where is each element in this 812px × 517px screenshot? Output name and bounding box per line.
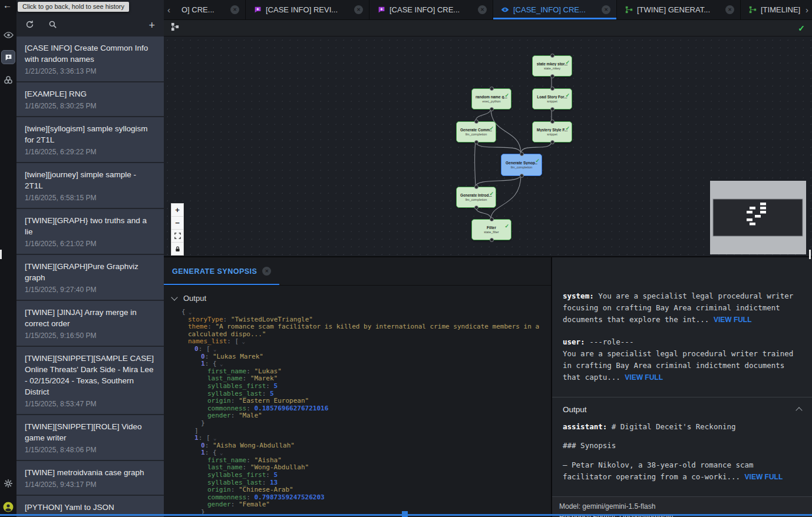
zoom-in-button[interactable]: + — [171, 204, 183, 217]
editor-tab[interactable]: [TWINE] GENERAT... — [617, 0, 741, 19]
node-type: snippet — [547, 132, 557, 136]
console-output-header[interactable]: Output — [164, 286, 551, 307]
json-line: names_list: [ ⌄ — [164, 338, 551, 346]
prompt-list-item[interactable]: [TWINE] metroidvania case graph 1/14/202… — [16, 461, 164, 495]
view-full-link[interactable]: VIEW FULL — [625, 373, 663, 382]
assistant-body: — Petar Nikolov, a 38-year-old romance s… — [563, 460, 754, 481]
model-name: Model: gemini/gemini-1.5-flash — [559, 501, 805, 512]
prompt-list-item[interactable]: [EXAMPLE] RNG 1/16/2025, 8:30:25 PM — [16, 82, 164, 116]
close-icon[interactable] — [230, 5, 239, 14]
node-success-check-icon — [565, 56, 570, 67]
graph-node[interactable]: state mkey stor... state_mkey — [532, 55, 572, 77]
prompt-list-item[interactable]: [TWINE][GRAPH]Pure Graphviz graph 1/15/2… — [16, 255, 164, 300]
assistant-heading: ### Synopsis — [563, 440, 801, 452]
eye-icon — [501, 6, 509, 14]
editor-tab[interactable]: [CASE_INFO] CRE... — [493, 0, 617, 19]
refresh-icon[interactable] — [25, 20, 34, 31]
back-icon[interactable]: ← — [3, 0, 12, 10]
node-success-check-icon — [565, 122, 570, 132]
close-icon[interactable] — [602, 5, 610, 14]
node-success-check-icon — [489, 122, 494, 132]
settings-button[interactable] — [0, 475, 16, 492]
editor-tab[interactable]: [TIMELINE] CASE ... — [741, 0, 802, 19]
prompt-list-item[interactable]: [twine][journey] simple sample - 2T1L 1/… — [16, 163, 164, 208]
graph-node[interactable]: Filter state_filter — [471, 219, 511, 240]
fit-view-icon — [174, 233, 181, 239]
close-icon[interactable] — [354, 5, 363, 14]
bottom-resize-handle[interactable] — [402, 511, 408, 517]
prompt-list-item[interactable]: [TWINE][SNIPPET][ROLE] Video game writer… — [16, 415, 164, 460]
editor-tab[interactable]: [CASE INFO] REVI... — [246, 0, 369, 19]
fit-view-button[interactable] — [171, 230, 183, 243]
search-icon[interactable] — [48, 20, 57, 31]
tabs-scroll-right-icon[interactable]: › — [802, 0, 812, 19]
tab-label: [TWINE] GENERAT... — [637, 5, 721, 14]
auto-layout-icon[interactable] — [171, 22, 180, 34]
graph-node[interactable]: Mystery Style F... snippet — [532, 121, 572, 142]
prompt-list-item[interactable]: [CASE INFO] Create Common Info with rand… — [16, 37, 164, 81]
json-tree[interactable]: { ⌄storyType: "TwistedLoveTriangle"theme… — [164, 307, 551, 517]
view-full-link[interactable]: VIEW FULL — [714, 316, 752, 324]
json-line: } — [164, 420, 551, 427]
view-full-link[interactable]: VIEW FULL — [745, 473, 783, 481]
console-tab[interactable]: GENERATE SYNOPSIS — [164, 257, 279, 285]
lock-button[interactable] — [171, 243, 183, 255]
node-title: random name g... — [476, 95, 507, 99]
node-success-check-icon — [504, 220, 509, 230]
tabs-scroll-left-icon[interactable]: ‹ — [164, 0, 174, 19]
assistant-output: assistant: # Digital Deceit's Reckoning … — [552, 420, 812, 496]
prompt-list-item[interactable]: [TWINE][GRAPH} two truths and a lie 1/16… — [16, 209, 164, 254]
prompts-rail-button[interactable] — [0, 48, 16, 66]
close-icon[interactable] — [262, 267, 271, 276]
node-type: llm_completion — [466, 198, 487, 201]
tooltip: Click to go back, hold to see history — [18, 2, 129, 12]
prompt-list-item[interactable]: [twine][syllogism] sample syllogism for … — [16, 117, 164, 162]
message-text: ---role--- You are a specialist legal pr… — [563, 337, 798, 381]
graph-canvas[interactable]: state mkey stor... state_mkey random nam… — [164, 37, 812, 257]
node-inspector: system: You are a specialist legal proce… — [552, 257, 812, 517]
prompt-title: [TWINE] [JINJA] Array merge in correct o… — [25, 307, 156, 329]
close-icon[interactable] — [478, 5, 487, 14]
prompt-timestamp: 1/15/2025, 8:48:06 PM — [25, 446, 156, 455]
output-section-header[interactable]: Output — [552, 397, 812, 420]
graph-node[interactable]: random name g... exec_python — [471, 88, 511, 110]
prompt-timestamp: 1/15/2025, 9:27:40 PM — [25, 286, 156, 294]
console-tab-label: GENERATE SYNOPSIS — [172, 267, 257, 276]
canvas-toolbar — [164, 20, 812, 37]
lower-panels: GENERATE SYNOPSIS Output { ⌄storyType: "… — [164, 256, 812, 517]
message-role: user: — [563, 337, 585, 346]
graph-node[interactable]: Generate Introd... llm_completion — [456, 187, 496, 208]
json-line: gender: "Male" — [164, 412, 551, 420]
prompt-list-item[interactable]: [TWINE][SNIPPET][SAMPLE CASE] Online Thr… — [16, 347, 164, 414]
message-text: You are a specialist legal procedural wr… — [563, 291, 798, 324]
prompt-list: [CASE INFO] Create Common Info with rand… — [16, 37, 164, 517]
message: user: ---role--- You are a specialist le… — [563, 336, 801, 383]
workflow-rail-button[interactable] — [0, 71, 16, 89]
add-prompt-button[interactable]: + — [148, 21, 155, 29]
account-button[interactable] — [0, 498, 16, 516]
graph-node[interactable]: Generate Comm... llm_completion — [456, 121, 496, 142]
settings-gear-icon — [4, 479, 13, 488]
prompt-title: [twine][syllogism] sample syllogism for … — [25, 123, 156, 145]
minimap[interactable] — [710, 181, 806, 257]
json-line: ] — [164, 427, 551, 435]
eye-rail-button[interactable] — [0, 26, 16, 44]
console-output-label: Output — [183, 294, 206, 303]
pane-resize-mark-left[interactable] — [0, 250, 2, 259]
prompt-timestamp: 1/16/2025, 6:29:22 PM — [25, 148, 156, 157]
prompt-timestamp: 1/21/2025, 3:36:13 PM — [25, 67, 156, 76]
prompt-title: [EXAMPLE] RNG — [25, 88, 156, 100]
zoom-out-button[interactable]: − — [171, 217, 183, 230]
graph-node[interactable]: Generate Synop... llm_completion — [501, 154, 542, 176]
prompt-list-item[interactable]: [TWINE] [JINJA] Array merge in correct o… — [16, 301, 164, 346]
prompts-icon — [1, 50, 15, 64]
close-icon[interactable] — [725, 5, 734, 14]
pane-resize-mark-right[interactable] — [809, 250, 811, 259]
assistant-body-line: — Petar Nikolov, a 38-year-old romance s… — [563, 459, 801, 483]
node-success-check-icon — [489, 187, 494, 198]
editor-tab[interactable]: O] CRE... — [174, 0, 246, 19]
node-title: state mkey stor... — [537, 62, 568, 66]
prompt-timestamp: 1/16/2025, 8:30:25 PM — [25, 102, 156, 111]
editor-tab[interactable]: [CASE INFO] CRE... — [369, 0, 493, 19]
graph-node[interactable]: Load Story For... snippet — [532, 88, 572, 110]
